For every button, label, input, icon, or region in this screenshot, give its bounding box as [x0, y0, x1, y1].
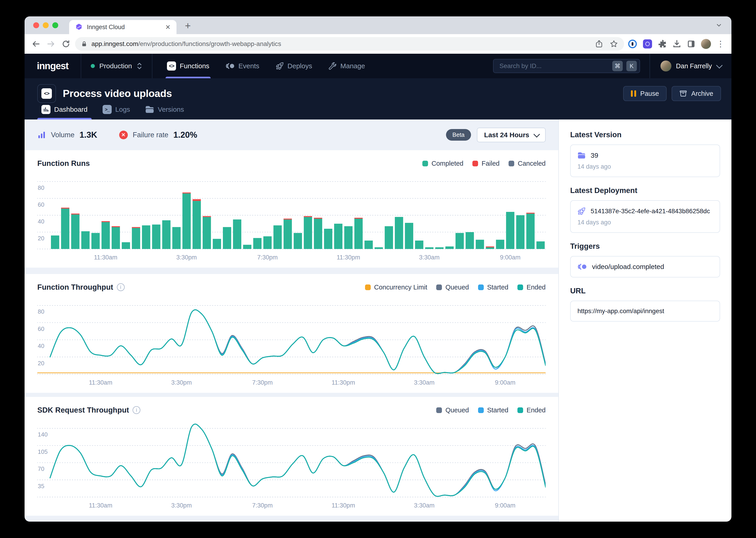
- traffic-lights: [33, 22, 58, 28]
- legend-swatch: [508, 161, 514, 166]
- tab-logs[interactable]: >_ Logs: [99, 105, 134, 120]
- legend-item[interactable]: Started: [478, 284, 508, 291]
- puzzle-extensions-icon[interactable]: [658, 39, 667, 48]
- function-runs-bar-chart[interactable]: 2040608011:30am3:30pm7:30pm11:30pm3:30am…: [37, 173, 545, 262]
- legend-item[interactable]: Ended: [517, 284, 545, 291]
- function-icon: <>: [37, 84, 56, 103]
- latest-version-card[interactable]: 39 14 days ago: [570, 144, 720, 177]
- info-icon[interactable]: i: [133, 406, 140, 414]
- minimize-window-button[interactable]: [43, 22, 49, 28]
- inngest-logo[interactable]: inngest: [24, 61, 81, 72]
- url-card[interactable]: https://my-app.com/api/inngest: [570, 300, 720, 322]
- volume-stat: Volume 1.3K: [37, 130, 97, 140]
- legend-label: Ended: [527, 284, 545, 291]
- legend-item[interactable]: Started: [478, 406, 508, 414]
- nav-item-label: Events: [238, 62, 259, 70]
- chart-title-function-throughput: Function Throughput: [37, 283, 113, 292]
- bookmark-star-icon[interactable]: [609, 40, 618, 48]
- failure-value: 1.20%: [173, 130, 197, 140]
- nav-item-events[interactable]: Events: [217, 54, 267, 78]
- svg-text:70: 70: [38, 465, 44, 472]
- legend-item[interactable]: Concurrency Limit: [365, 284, 427, 291]
- browser-profile-avatar[interactable]: [701, 39, 711, 49]
- search-input[interactable]: Search by ID... ⌘ K: [493, 59, 640, 73]
- nav-item-label: Functions: [180, 62, 209, 70]
- archive-button[interactable]: Archive: [672, 86, 721, 101]
- svg-text:60: 60: [38, 325, 44, 332]
- svg-text:9:00am: 9:00am: [495, 502, 515, 509]
- time-range-dropdown[interactable]: Last 24 Hours: [477, 128, 545, 142]
- legend-label: Canceled: [518, 160, 545, 167]
- purple-extension-icon[interactable]: [643, 39, 652, 49]
- browser-window: Inngest Cloud ✕ + app.innge: [24, 16, 732, 522]
- function-runs-card: Function Runs CompletedFailedCanceled 20…: [24, 150, 558, 268]
- volume-bars-icon: [37, 131, 46, 139]
- sdk-throughput-legend: QueuedStartedEnded: [436, 406, 545, 414]
- new-tab-button[interactable]: +: [185, 20, 191, 31]
- forward-icon[interactable]: [46, 39, 56, 48]
- downloads-icon[interactable]: [672, 39, 682, 48]
- function-throughput-legend: Concurrency LimitQueuedStartedEnded: [365, 284, 545, 291]
- svg-text:11:30pm: 11:30pm: [332, 502, 355, 509]
- environment-switcher[interactable]: Production: [81, 62, 152, 70]
- env-status-dot: [91, 64, 95, 68]
- back-icon[interactable]: [31, 39, 40, 48]
- svg-text:40: 40: [38, 218, 44, 225]
- primary-nav: <> Functions Events Deploys: [159, 54, 373, 78]
- legend-item[interactable]: Canceled: [508, 160, 545, 167]
- chart-title-function-runs: Function Runs: [37, 159, 90, 168]
- tab-dashboard[interactable]: Dashboard: [37, 105, 92, 120]
- extensions-row: ⋮: [628, 39, 725, 49]
- svg-text:140: 140: [38, 431, 48, 438]
- tab-close-icon[interactable]: ✕: [165, 24, 170, 31]
- browser-menu-icon[interactable]: ⋮: [716, 40, 725, 48]
- svg-text:80: 80: [38, 308, 44, 315]
- reload-icon[interactable]: [62, 39, 71, 48]
- nav-item-manage[interactable]: Manage: [320, 54, 373, 78]
- browser-urlbar: app.inngest.com/env/production/functions…: [24, 34, 732, 54]
- svg-text:11:30pm: 11:30pm: [337, 254, 360, 261]
- legend-label: Started: [487, 284, 508, 291]
- chart-title-sdk-throughput: SDK Request Throughput: [37, 406, 129, 414]
- svg-text:3:30am: 3:30am: [419, 254, 440, 261]
- share-icon[interactable]: [595, 40, 603, 48]
- events-icon: [226, 62, 235, 70]
- onepassword-extension-icon[interactable]: [628, 39, 637, 49]
- legend-item[interactable]: Ended: [517, 406, 545, 414]
- legend-swatch: [472, 161, 478, 166]
- legend-item[interactable]: Queued: [436, 284, 469, 291]
- nav-item-functions[interactable]: <> Functions: [159, 54, 217, 78]
- env-label: Production: [99, 62, 132, 70]
- user-menu[interactable]: Dan Farrelly: [650, 54, 732, 78]
- info-icon[interactable]: i: [117, 283, 125, 291]
- legend-item[interactable]: Completed: [422, 160, 463, 167]
- latest-deployment-card[interactable]: 5141387e-35c2-4efe-a421-4843b86258dc 14 …: [570, 200, 720, 233]
- maximize-window-button[interactable]: [52, 22, 58, 28]
- failure-rate-stat: ✕ Failure rate 1.20%: [119, 130, 197, 140]
- close-window-button[interactable]: [33, 22, 39, 28]
- time-range-label: Last 24 Hours: [484, 131, 529, 139]
- sdk-throughput-line-chart[interactable]: 357010514011:30am3:30pm7:30pm11:30pm3:30…: [37, 420, 545, 510]
- user-name: Dan Farrelly: [676, 62, 712, 70]
- tab-search-chevron-icon[interactable]: [716, 22, 722, 29]
- k-keycap: K: [626, 61, 637, 71]
- url-text: app.inngest.com/env/production/functions…: [91, 40, 591, 48]
- pause-button[interactable]: Pause: [623, 86, 667, 101]
- browser-tab[interactable]: Inngest Cloud ✕: [69, 20, 176, 34]
- tab-versions[interactable]: Versions: [141, 105, 188, 120]
- reading-mode-icon[interactable]: [687, 40, 695, 48]
- legend-item[interactable]: Queued: [436, 406, 469, 414]
- archive-icon: [679, 90, 687, 97]
- sdk-throughput-card: SDK Request Throughput i QueuedStartedEn…: [24, 397, 558, 516]
- app-nav: inngest Production <> Functions Events: [24, 54, 732, 78]
- beta-badge: Beta: [446, 129, 471, 141]
- version-time: 14 days ago: [578, 163, 713, 170]
- address-bar[interactable]: app.inngest.com/env/production/functions…: [75, 37, 624, 51]
- nav-item-deploys[interactable]: Deploys: [267, 54, 320, 78]
- trigger-card[interactable]: video/upload.completed: [570, 256, 720, 277]
- function-url: https://my-app.com/api/inngest: [578, 307, 664, 315]
- function-throughput-line-chart[interactable]: 2040608011:30am3:30pm7:30pm11:30pm3:30am…: [37, 297, 545, 387]
- legend-item[interactable]: Failed: [472, 160, 499, 167]
- svg-text:11:30pm: 11:30pm: [332, 379, 355, 386]
- legend-label: Completed: [431, 160, 463, 167]
